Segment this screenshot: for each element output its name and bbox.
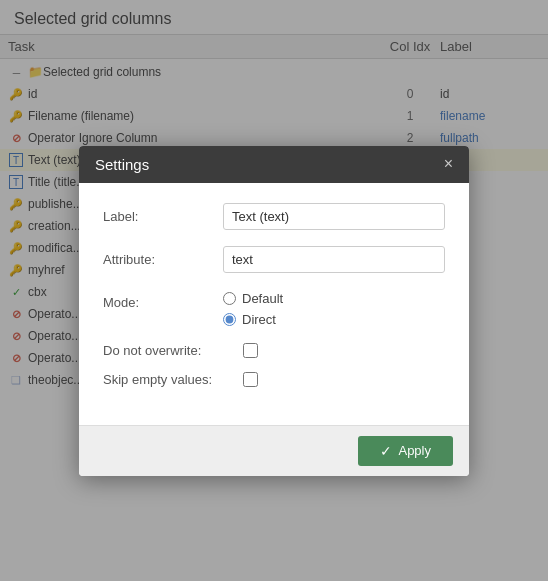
mode-direct-label: Direct (242, 312, 276, 327)
modal-footer: ✓ Apply (79, 425, 469, 476)
apply-button[interactable]: ✓ Apply (358, 436, 453, 466)
mode-default-label: Default (242, 291, 283, 306)
modal-header: Settings × (79, 146, 469, 183)
mode-field-label: Mode: (103, 289, 223, 310)
label-field-label: Label: (103, 203, 223, 224)
modal-body: Label: Attribute: Mode: Default (79, 183, 469, 425)
close-button[interactable]: × (444, 156, 453, 172)
mode-default-radio[interactable] (223, 292, 236, 305)
apply-label: Apply (398, 443, 431, 458)
skip-empty-row: Skip empty values: (103, 372, 445, 387)
mode-default-option[interactable]: Default (223, 291, 445, 306)
attribute-field-label: Attribute: (103, 246, 223, 267)
apply-check-icon: ✓ (380, 443, 392, 459)
label-row: Label: (103, 203, 445, 230)
label-field-control (223, 203, 445, 230)
mode-direct-option[interactable]: Direct (223, 312, 445, 327)
modal-overlay: Settings × Label: Attribute: Mode: (0, 0, 548, 581)
do-not-overwrite-checkbox[interactable] (243, 343, 258, 358)
skip-empty-label: Skip empty values: (103, 372, 243, 387)
do-not-overwrite-label: Do not overwrite: (103, 343, 243, 358)
attribute-field-control (223, 246, 445, 273)
mode-radio-group: Default Direct (223, 289, 445, 327)
attribute-row: Attribute: (103, 246, 445, 273)
settings-modal: Settings × Label: Attribute: Mode: (79, 146, 469, 476)
label-input[interactable] (223, 203, 445, 230)
do-not-overwrite-row: Do not overwrite: (103, 343, 445, 358)
attribute-input[interactable] (223, 246, 445, 273)
mode-row: Mode: Default Direct (103, 289, 445, 327)
modal-title: Settings (95, 156, 149, 173)
skip-empty-checkbox[interactable] (243, 372, 258, 387)
mode-direct-radio[interactable] (223, 313, 236, 326)
